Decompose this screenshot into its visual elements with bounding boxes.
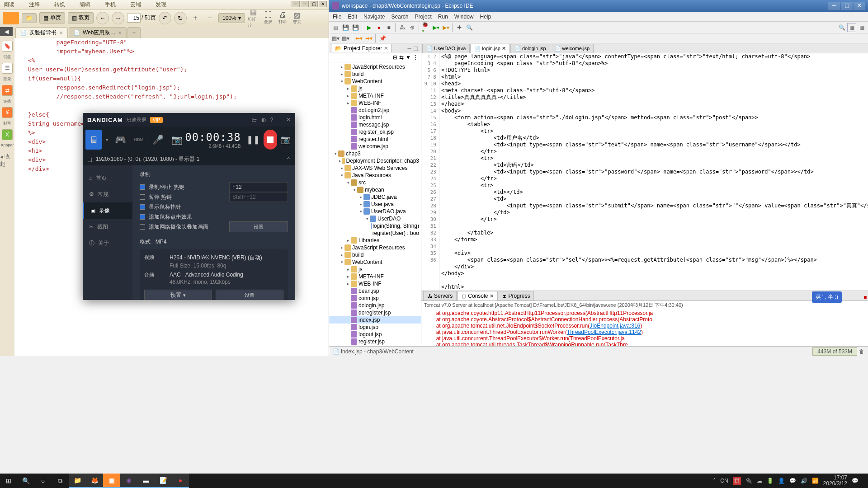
tab-console[interactable]: ▢ Console ✕: [458, 291, 498, 300]
single-page-button[interactable]: ▤ 单页: [39, 12, 65, 23]
checkbox-record-hotkey[interactable]: [140, 184, 145, 190]
tree-node[interactable]: ▸js: [329, 85, 421, 92]
mic-icon[interactable]: 🎤: [150, 130, 166, 150]
tree-node[interactable]: ▸JavaScript Resources: [329, 63, 421, 70]
screen-mode-button[interactable]: 🖥: [85, 130, 102, 150]
tree-node[interactable]: login.html: [329, 114, 421, 121]
tree-node[interactable]: ▸JDBC.java: [329, 193, 421, 201]
toolbar-btn[interactable]: ▦▾: [341, 34, 350, 43]
tree-node[interactable]: ▸WEB-INF: [329, 280, 421, 287]
new-tab-button[interactable]: ＋: [127, 27, 141, 38]
link-editor-icon[interactable]: ⇆: [399, 54, 404, 61]
memory-indicator[interactable]: 443M of 533M: [812, 347, 857, 356]
view-max-icon[interactable]: ▢: [413, 45, 418, 52]
preset-button[interactable]: 预置 ▾: [144, 290, 212, 300]
menu-read[interactable]: 阅读: [4, 1, 14, 9]
tree-node[interactable]: ▾WebContent: [329, 78, 421, 85]
webcam-icon[interactable]: 📷: [169, 130, 185, 150]
tray-wechat-icon[interactable]: 💬: [789, 478, 796, 484]
tree-node[interactable]: ▸Libraries: [329, 237, 421, 244]
save-button[interactable]: 💾: [341, 23, 350, 32]
nav-video[interactable]: ▣ 录像: [83, 202, 132, 219]
menu-help[interactable]: Help: [480, 14, 491, 20]
tree-node[interactable]: doregister.jsp: [329, 309, 421, 316]
max-button[interactable]: ▢: [841, 2, 853, 10]
lang-indicator[interactable]: CN: [720, 478, 728, 484]
tree-node[interactable]: ▸JAX-WS Web Services: [329, 164, 421, 172]
wealth-icon[interactable]: ¥: [2, 107, 13, 118]
ime-indicator[interactable]: 英 ' , 半 :): [812, 291, 842, 303]
back-button[interactable]: ◀: [0, 27, 13, 36]
project-tree[interactable]: ▸JavaScript Resources▸build▾WebContent▸j…: [329, 62, 421, 346]
hotkey-record[interactable]: F12: [229, 182, 288, 192]
document-tab-1[interactable]: 📄 实验指导书 ✕: [15, 27, 68, 38]
search-button[interactable]: 🔍: [17, 474, 34, 488]
firefox-taskbar-icon[interactable]: 🦊: [86, 474, 103, 488]
open-file-button[interactable]: 📁: [22, 13, 37, 23]
folder-icon[interactable]: 🗁: [251, 117, 257, 123]
game-mode-button[interactable]: 🎮: [113, 130, 129, 150]
new-wizard-button[interactable]: ✚: [455, 23, 464, 32]
tab-progress[interactable]: ⧗ Progress: [499, 291, 534, 300]
menu-discover[interactable]: 发现: [156, 1, 166, 9]
tree-node[interactable]: register.html: [329, 136, 421, 143]
document-tab-2[interactable]: 📄 Web应用系… ✕: [69, 27, 127, 38]
menu-mobile[interactable]: 手机: [105, 1, 116, 9]
ime-indicator[interactable]: 拼: [733, 477, 741, 485]
menu-navigate[interactable]: Navigate: [363, 14, 385, 20]
tree-node[interactable]: ▸WEB-INF: [329, 99, 421, 107]
new-button[interactable]: ▦: [331, 23, 340, 32]
close-button[interactable]: ✕: [854, 2, 865, 10]
checkbox-pause-hotkey[interactable]: [140, 194, 145, 200]
search-button[interactable]: 🔍: [465, 23, 474, 32]
back-button[interactable]: ⬅▾: [354, 34, 363, 43]
bookmark-icon[interactable]: 🔖: [2, 41, 13, 52]
min-button[interactable]: ─: [828, 2, 840, 10]
tree-node[interactable]: index.jsp: [329, 316, 421, 324]
double-page-button[interactable]: ▥ 双页: [68, 12, 94, 23]
run-dropdown[interactable]: ▶▾: [431, 23, 440, 32]
close-tab-icon[interactable]: ✕: [118, 30, 122, 35]
tree-node[interactable]: ▾WebContent: [329, 258, 421, 266]
convert-icon[interactable]: ⇄: [2, 85, 13, 96]
close-button[interactable]: ✕: [319, 1, 327, 7]
xpaper-icon[interactable]: X: [2, 129, 13, 140]
tree-node[interactable]: ▾mybean: [329, 186, 421, 193]
perspective-switch[interactable]: ▦: [857, 23, 866, 32]
menu-window[interactable]: Window: [454, 14, 474, 20]
tree-node[interactable]: ▸META-INF: [329, 273, 421, 280]
tree-node[interactable]: ▾chap3: [329, 150, 421, 157]
menu-file[interactable]: File: [333, 14, 341, 20]
tray-wifi-icon[interactable]: 📶: [812, 478, 819, 484]
checkbox-click[interactable]: [140, 214, 145, 220]
ext-tools-dropdown[interactable]: ▶▾: [441, 23, 450, 32]
min-button[interactable]: ─: [292, 1, 300, 7]
eclipse-taskbar-icon[interactable]: ◉: [120, 474, 137, 488]
collapse-label[interactable]: ◀ 收起: [0, 153, 14, 168]
tree-node[interactable]: ▸User.java: [329, 201, 421, 208]
pause-button[interactable]: ❚❚: [246, 130, 260, 150]
collapse-all-icon[interactable]: ⊟: [393, 54, 397, 61]
device-mode-button[interactable]: HDMI: [131, 130, 147, 150]
taskbar-clock[interactable]: 17:072020/3/12: [823, 475, 847, 487]
view-min-icon[interactable]: ─: [407, 45, 411, 52]
stop-console-icon[interactable]: ■: [863, 294, 867, 300]
start-button[interactable]: ⊞: [0, 474, 17, 488]
rotate-right-button[interactable]: ↻: [174, 12, 187, 24]
close-icon[interactable]: ✕: [286, 117, 291, 123]
tray-net-icon[interactable]: 🔌: [745, 478, 752, 484]
tree-node[interactable]: ▾UserDAO: [329, 215, 421, 222]
next-page-button[interactable]: →: [112, 12, 124, 24]
cortana-button[interactable]: ○: [34, 474, 52, 488]
perspective-jee[interactable]: ▦: [847, 23, 856, 32]
notepad-taskbar-icon[interactable]: 📝: [155, 474, 172, 488]
minimize-icon[interactable]: ─: [278, 117, 282, 123]
zoom-out-button[interactable]: －: [204, 13, 216, 23]
screen-mode-dropdown[interactable]: ▾: [104, 130, 110, 150]
nav-home[interactable]: ⌂ 首页: [83, 170, 132, 186]
tree-node[interactable]: ▸META-INF: [329, 92, 421, 99]
menu-search[interactable]: Search: [391, 14, 408, 20]
menu-edit[interactable]: Edit: [348, 14, 357, 20]
nav-general[interactable]: ⚙ 常规: [83, 186, 132, 202]
nav-image[interactable]: ✂ 截图: [83, 219, 132, 235]
